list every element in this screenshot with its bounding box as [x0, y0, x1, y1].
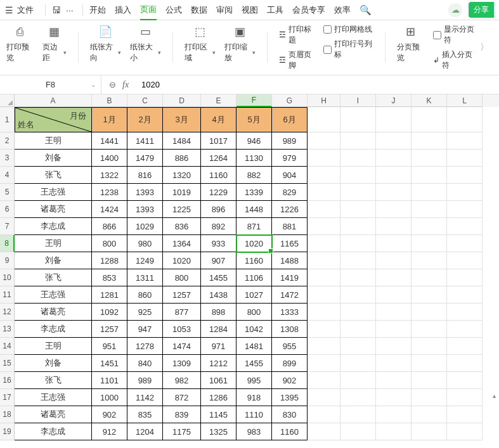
row-header-16[interactable]: 16 [0, 372, 15, 389]
cell[interactable]: 1160 [201, 167, 237, 184]
cell[interactable] [340, 132, 376, 150]
cell[interactable]: 1042 [237, 321, 272, 338]
cell[interactable] [412, 269, 447, 286]
cell[interactable]: 刘备 [15, 150, 92, 167]
cell[interactable] [308, 338, 340, 355]
cell[interactable]: 刘备 [15, 355, 92, 372]
cell[interactable] [412, 235, 447, 252]
row-header-13[interactable]: 13 [0, 321, 15, 338]
row-header-19[interactable]: 19 [0, 423, 15, 440]
tab-效率[interactable]: 效率 [334, 1, 351, 20]
cell[interactable]: 王志强 [15, 184, 92, 201]
cell[interactable] [340, 372, 376, 389]
ribbon-scroll-right-icon[interactable]: 〉 [476, 42, 493, 53]
cell[interactable] [340, 304, 376, 321]
cloud-icon[interactable]: ☁ [448, 3, 462, 17]
row-header-5[interactable]: 5 [0, 184, 15, 201]
cell[interactable]: 840 [127, 355, 163, 372]
cell[interactable] [308, 184, 340, 201]
cell[interactable]: 872 [163, 389, 201, 406]
cell[interactable] [308, 423, 340, 440]
cell[interactable]: 1474 [163, 338, 201, 355]
cell[interactable]: 1257 [92, 321, 127, 338]
cell[interactable]: 1160 [272, 423, 308, 440]
cell[interactable] [308, 389, 340, 406]
cell[interactable]: 1019 [163, 184, 201, 201]
cell[interactable] [308, 132, 340, 150]
spreadsheet-grid[interactable]: ABCDEFGHIJKL 123456789101112131415161718… [0, 94, 499, 440]
cell[interactable]: 979 [272, 150, 308, 167]
tab-开始[interactable]: 开始 [89, 1, 106, 20]
cell[interactable]: 886 [163, 150, 201, 167]
cell[interactable] [412, 304, 447, 321]
cell[interactable] [447, 252, 483, 269]
cell[interactable] [412, 406, 447, 423]
margins-button[interactable]: ▦ 页边距▾ [42, 24, 67, 63]
cell[interactable]: 1238 [92, 184, 127, 201]
cell[interactable] [376, 372, 412, 389]
cell[interactable] [412, 338, 447, 355]
cell[interactable] [308, 252, 340, 269]
cell[interactable] [340, 218, 376, 235]
cell[interactable] [447, 355, 483, 372]
cell[interactable]: 1424 [92, 201, 127, 218]
row-header-7[interactable]: 7 [0, 218, 15, 235]
cell[interactable] [340, 286, 376, 304]
cell[interactable]: 月份姓名 [15, 107, 92, 132]
chevron-down-icon[interactable]: ⌄ [91, 81, 96, 88]
cell[interactable] [447, 321, 483, 338]
cell[interactable]: 1264 [201, 150, 237, 167]
cell[interactable]: 4月 [201, 107, 237, 132]
cell[interactable]: 王明 [15, 132, 92, 150]
cell[interactable] [340, 406, 376, 423]
cell[interactable] [340, 355, 376, 372]
cell[interactable]: 980 [127, 235, 163, 252]
row-header-8[interactable]: 8 [0, 235, 15, 252]
cell[interactable] [376, 184, 412, 201]
row-header-3[interactable]: 3 [0, 150, 15, 167]
cell[interactable]: 933 [201, 235, 237, 252]
cell[interactable]: 1053 [163, 321, 201, 338]
cell[interactable]: 983 [237, 423, 272, 440]
cell[interactable]: 6月 [272, 107, 308, 132]
cell[interactable] [308, 150, 340, 167]
cell[interactable] [376, 218, 412, 235]
cell[interactable] [447, 184, 483, 201]
cell[interactable] [447, 286, 483, 304]
gridlines-checkbox[interactable]: 打印网格线 [323, 24, 373, 35]
cell[interactable]: 836 [163, 218, 201, 235]
column-header-L[interactable]: L [447, 94, 483, 107]
cell[interactable]: 1110 [237, 406, 272, 423]
row-header-6[interactable]: 6 [0, 201, 15, 218]
cell[interactable]: 947 [127, 321, 163, 338]
cell[interactable]: 839 [163, 406, 201, 423]
cell[interactable] [308, 107, 340, 132]
cell[interactable] [447, 167, 483, 184]
cell[interactable]: 1226 [272, 201, 308, 218]
cell[interactable] [412, 355, 447, 372]
column-header-D[interactable]: D [163, 94, 201, 107]
cell[interactable] [412, 286, 447, 304]
cell[interactable] [308, 355, 340, 372]
cell[interactable] [376, 355, 412, 372]
print-title-button[interactable]: ☲打印标题 [279, 24, 314, 46]
print-area-button[interactable]: ⬚ 打印区域▾ [185, 24, 216, 63]
cell[interactable] [376, 235, 412, 252]
scaling-button[interactable]: ▣ 打印缩放▾ [224, 24, 256, 63]
row-col-header-checkbox[interactable]: 打印行号列标 [323, 39, 373, 60]
cell[interactable] [376, 132, 412, 150]
cell[interactable] [447, 389, 483, 406]
header-footer-button[interactable]: ☲页眉页脚 [279, 49, 314, 71]
cell[interactable] [447, 372, 483, 389]
column-header-C[interactable]: C [127, 94, 163, 107]
tab-会员专享[interactable]: 会员专享 [292, 1, 325, 20]
cell[interactable]: 860 [127, 286, 163, 304]
cell[interactable]: 1106 [237, 269, 272, 286]
cell[interactable]: 1451 [92, 355, 127, 372]
cell[interactable]: 1393 [127, 201, 163, 218]
cancel-icon[interactable]: ⊖ [109, 80, 116, 89]
cell[interactable]: 诸葛亮 [15, 304, 92, 321]
cell[interactable]: 1325 [201, 423, 237, 440]
cell[interactable]: 1225 [163, 201, 201, 218]
cell[interactable] [340, 167, 376, 184]
